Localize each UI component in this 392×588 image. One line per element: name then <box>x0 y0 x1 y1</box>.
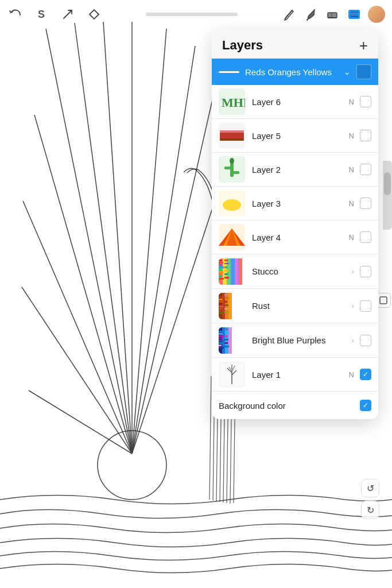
svg-rect-75 <box>219 308 223 310</box>
toolbar-center <box>102 13 281 16</box>
layer2-blend: N <box>349 165 354 174</box>
svg-rect-66 <box>224 270 228 272</box>
eraser-tool-icon[interactable] <box>324 6 340 22</box>
active-group-name: Reds Oranges Yellows <box>245 67 344 77</box>
svg-rect-90 <box>219 342 223 344</box>
bbp-visibility[interactable] <box>360 335 371 346</box>
list-item[interactable]: Stucco › <box>212 254 378 289</box>
svg-rect-76 <box>219 310 222 312</box>
layer6-thumbnail: MHF <box>219 88 245 115</box>
svg-rect-61 <box>219 276 222 277</box>
layer6-visibility[interactable] <box>360 96 371 107</box>
bbp-thumbnail <box>219 327 245 354</box>
layer5-name: Layer 5 <box>252 131 349 141</box>
list-item[interactable]: Layer 1 N <box>212 358 378 392</box>
scroll-thumb[interactable] <box>384 172 391 195</box>
svg-rect-60 <box>219 273 223 275</box>
rust-chevron-icon: › <box>352 301 354 310</box>
svg-rect-84 <box>219 328 222 330</box>
layers-add-button[interactable]: + <box>359 38 368 53</box>
svg-rect-40 <box>220 133 244 138</box>
bbp-name: Bright Blue Purples <box>252 335 352 345</box>
layer3-name: Layer 3 <box>252 199 349 208</box>
rust-name: Rust <box>252 301 352 311</box>
layers-tool-icon[interactable] <box>346 6 362 22</box>
list-item[interactable]: MHF Layer 6 N <box>212 85 378 119</box>
svg-line-7 <box>23 201 132 454</box>
undo-tool-icon[interactable] <box>7 6 23 22</box>
undo-button[interactable]: ↺ <box>361 479 379 497</box>
svg-rect-78 <box>224 294 228 296</box>
brush-tool-icon[interactable] <box>302 6 319 22</box>
svg-rect-64 <box>224 263 229 264</box>
list-item[interactable]: Bright Blue Purples › <box>212 323 378 358</box>
active-group-chevron-icon: ⌄ <box>344 67 351 76</box>
layer5-visibility[interactable] <box>360 130 371 141</box>
stucco-name: Stucco <box>252 266 352 276</box>
active-group-row[interactable]: Reds Oranges Yellows ⌄ <box>212 59 378 85</box>
user-avatar[interactable] <box>368 6 385 23</box>
list-item[interactable]: Layer 5 N <box>212 119 378 153</box>
svg-rect-65 <box>224 266 227 268</box>
layer5-blend: N <box>349 131 354 140</box>
list-item[interactable]: Rust › <box>212 289 378 323</box>
layer4-blend: N <box>349 233 354 242</box>
svg-rect-45 <box>224 167 234 169</box>
svg-line-20 <box>209 376 211 500</box>
svg-rect-92 <box>219 347 224 349</box>
background-visibility[interactable] <box>360 400 371 411</box>
rust-visibility[interactable] <box>360 300 371 312</box>
toolbar-right <box>281 6 385 23</box>
stucco-visibility[interactable] <box>360 266 371 277</box>
svg-rect-34 <box>350 11 358 17</box>
background-color-row[interactable]: Background color <box>212 392 378 419</box>
rust-thumbnail <box>219 293 245 319</box>
svg-rect-93 <box>224 328 228 330</box>
selection-tool-icon[interactable]: S <box>33 6 49 22</box>
svg-rect-62 <box>219 278 224 280</box>
svg-point-49 <box>223 199 241 211</box>
svg-rect-91 <box>219 345 222 346</box>
undo-redo-controls: ↺ ↻ <box>361 479 379 519</box>
progress-bar <box>146 13 238 16</box>
svg-rect-87 <box>219 335 224 337</box>
layer1-visibility[interactable] <box>360 369 371 380</box>
layer2-name: Layer 2 <box>252 165 349 175</box>
layer4-visibility[interactable] <box>360 231 371 243</box>
list-item[interactable]: Layer 3 N <box>212 187 378 220</box>
svg-rect-63 <box>224 260 228 261</box>
layer2-visibility[interactable] <box>360 164 371 175</box>
svg-text:MHF: MHF <box>222 95 245 110</box>
pencil-tool-icon[interactable] <box>281 6 297 22</box>
svg-rect-81 <box>224 304 228 306</box>
layer4-thumbnail <box>219 224 245 250</box>
svg-point-47 <box>230 158 234 164</box>
svg-rect-106 <box>380 297 387 304</box>
svg-rect-68 <box>224 277 229 278</box>
svg-rect-89 <box>219 340 223 342</box>
svg-rect-86 <box>219 333 223 335</box>
svg-rect-83 <box>224 311 229 313</box>
list-item[interactable]: Layer 2 N <box>212 153 378 187</box>
layers-title: Layers <box>222 38 263 53</box>
layer6-name: Layer 6 <box>252 97 349 107</box>
svg-rect-95 <box>224 335 227 337</box>
svg-line-0 <box>46 29 132 454</box>
svg-rect-79 <box>224 297 229 299</box>
svg-line-1 <box>75 23 132 454</box>
layer5-thumbnail <box>219 122 245 149</box>
list-item[interactable]: Layer 4 N <box>212 220 378 254</box>
layer3-visibility[interactable] <box>360 198 371 209</box>
svg-rect-71 <box>219 299 223 300</box>
svg-rect-46 <box>230 171 239 174</box>
transform-tool-icon[interactable] <box>86 6 102 22</box>
redo-button[interactable]: ↻ <box>361 501 379 519</box>
svg-rect-96 <box>224 339 228 341</box>
svg-rect-97 <box>224 342 228 344</box>
scroll-track <box>383 161 392 230</box>
svg-rect-41 <box>220 130 244 133</box>
svg-rect-72 <box>219 301 224 303</box>
svg-rect-42 <box>220 138 244 141</box>
layer6-blend: N <box>349 98 354 106</box>
move-tool-icon[interactable] <box>60 6 76 22</box>
